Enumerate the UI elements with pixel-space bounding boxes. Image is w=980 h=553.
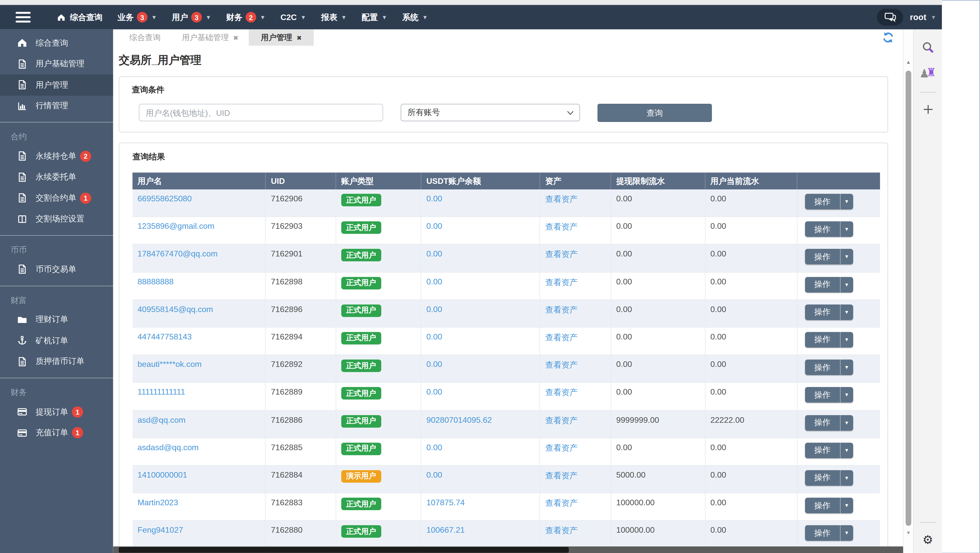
gear-icon[interactable]: ⚙ [923, 534, 933, 546]
action-dropdown-caret[interactable]: ▼ [840, 222, 853, 237]
sidebar-item[interactable]: 交割合约单1 [0, 188, 113, 209]
action-button[interactable]: 操作 [805, 249, 840, 265]
view-assets-link[interactable]: 查看资产 [545, 415, 578, 425]
action-dropdown-caret[interactable]: ▼ [840, 277, 853, 293]
action-button[interactable]: 操作 [805, 277, 840, 293]
nav-item[interactable]: 配置▼ [354, 5, 395, 29]
tab-inactive[interactable]: 用户基础管理✖ [171, 29, 249, 46]
username-link[interactable]: 111111111111 [138, 387, 185, 397]
usdt-balance-link[interactable]: 0.00 [426, 360, 442, 369]
view-assets-link[interactable]: 查看资产 [545, 388, 578, 397]
action-button[interactable]: 操作 [805, 194, 840, 209]
action-button[interactable]: 操作 [805, 332, 840, 347]
vertical-scrollbar[interactable]: ▲ ▼ [903, 29, 913, 553]
view-assets-link[interactable]: 查看资产 [545, 250, 578, 259]
view-assets-link[interactable]: 查看资产 [545, 333, 578, 342]
nav-item[interactable]: 业务3▼ [110, 5, 164, 29]
username-link[interactable]: 1235896@gmail.com [138, 222, 215, 231]
close-icon[interactable]: ✖ [296, 34, 302, 41]
action-button[interactable]: 操作 [805, 498, 840, 513]
nav-item[interactable]: 用户3▼ [164, 5, 218, 29]
action-split-button[interactable]: 操作▼ [805, 525, 853, 541]
usdt-balance-link[interactable]: 0.00 [426, 387, 442, 397]
view-assets-link[interactable]: 查看资产 [545, 222, 578, 231]
action-button[interactable]: 操作 [805, 470, 840, 486]
username-link[interactable]: 409558145@qq.com [138, 304, 213, 314]
view-assets-link[interactable]: 查看资产 [545, 499, 578, 508]
usdt-balance-link[interactable]: 0.00 [426, 332, 442, 341]
close-icon[interactable]: ✖ [233, 34, 238, 41]
username-link[interactable]: beauti*****ok.com [138, 360, 202, 369]
vertical-scrollbar-thumb[interactable] [906, 70, 911, 526]
plus-icon[interactable] [922, 104, 933, 115]
scroll-up-arrow-icon[interactable]: ▲ [904, 59, 913, 65]
sidebar-item[interactable]: 用户管理 [0, 74, 113, 95]
nav-item[interactable]: 系统▼ [395, 5, 435, 29]
account-type-select[interactable]: 所有账号 [401, 104, 580, 121]
action-split-button[interactable]: 操作▼ [805, 332, 853, 347]
search-button[interactable]: 查询 [598, 104, 712, 122]
sidebar-item[interactable]: 行情管理 [0, 96, 113, 116]
sidebar-item[interactable]: 理财订单 [0, 309, 113, 330]
action-button[interactable]: 操作 [805, 387, 840, 403]
username-link[interactable]: 1784767470@qq.com [138, 249, 218, 258]
view-assets-link[interactable]: 查看资产 [545, 526, 578, 535]
sidebar-item[interactable]: 矿机订单 [0, 330, 113, 351]
tab-inactive[interactable]: 综合查询 [119, 29, 171, 46]
action-split-button[interactable]: 操作▼ [805, 415, 853, 430]
action-dropdown-caret[interactable]: ▼ [840, 525, 853, 541]
action-dropdown-caret[interactable]: ▼ [840, 360, 853, 375]
usdt-balance-link[interactable]: 0.00 [426, 222, 442, 231]
nav-item[interactable]: 报表▼ [313, 5, 354, 29]
usdt-balance-link[interactable]: 0.00 [426, 249, 442, 258]
usdt-balance-link[interactable]: 902807014095.62 [426, 415, 492, 424]
action-split-button[interactable]: 操作▼ [805, 470, 853, 486]
action-button[interactable]: 操作 [805, 222, 840, 237]
messages-button[interactable] [877, 9, 903, 25]
action-split-button[interactable]: 操作▼ [805, 387, 853, 403]
usdt-balance-link[interactable]: 0.00 [426, 443, 442, 452]
user-menu[interactable]: root ▼ [910, 13, 936, 22]
usdt-balance-link[interactable]: 0.00 [426, 277, 442, 286]
username-link[interactable]: 88888888 [138, 277, 173, 286]
username-link[interactable]: Martin2023 [138, 498, 178, 507]
scroll-down-arrow-icon[interactable]: ▼ [904, 530, 913, 535]
username-link[interactable]: 669558625080 [138, 194, 192, 203]
usdt-balance-link[interactable]: 0.00 [426, 470, 442, 480]
chess-pieces-icon[interactable]: ♟♜ [920, 67, 936, 80]
action-dropdown-caret[interactable]: ▼ [840, 387, 853, 403]
sidebar-item[interactable]: 用户基础管理 [0, 54, 113, 74]
refresh-icon[interactable] [882, 31, 894, 44]
sidebar-item[interactable]: 综合查询 [0, 32, 113, 53]
nav-item[interactable]: C2C▼ [273, 5, 313, 29]
tab-active[interactable]: 用户管理✖ [249, 29, 314, 46]
action-button[interactable]: 操作 [805, 415, 840, 430]
view-assets-link[interactable]: 查看资产 [545, 277, 578, 287]
sidebar-item[interactable]: 币币交易单 [0, 259, 113, 280]
action-dropdown-caret[interactable]: ▼ [840, 470, 853, 486]
action-split-button[interactable]: 操作▼ [805, 443, 853, 458]
view-assets-link[interactable]: 查看资产 [545, 305, 578, 314]
sidebar-item[interactable]: 质押借币订单 [0, 351, 113, 372]
action-dropdown-caret[interactable]: ▼ [840, 194, 853, 209]
username-link[interactable]: asdasd@qq.com [138, 443, 199, 452]
username-link[interactable]: 447447758143 [138, 332, 192, 341]
action-split-button[interactable]: 操作▼ [805, 249, 853, 265]
action-split-button[interactable]: 操作▼ [805, 194, 853, 209]
usdt-balance-link[interactable]: 0.00 [426, 304, 442, 314]
action-split-button[interactable]: 操作▼ [805, 277, 853, 293]
view-assets-link[interactable]: 查看资产 [545, 194, 578, 204]
sidebar-item[interactable]: 提现订单1 [0, 402, 113, 422]
action-dropdown-caret[interactable]: ▼ [840, 304, 853, 320]
action-split-button[interactable]: 操作▼ [805, 498, 853, 513]
action-button[interactable]: 操作 [805, 360, 840, 375]
username-link[interactable]: 14100000001 [138, 470, 187, 480]
nav-item[interactable]: 综合查询 [49, 5, 110, 29]
action-dropdown-caret[interactable]: ▼ [840, 443, 853, 458]
username-link[interactable]: Feng941027 [138, 525, 183, 535]
action-split-button[interactable]: 操作▼ [805, 222, 853, 237]
sidebar-item[interactable]: 永续委托单 [0, 167, 113, 187]
sidebar-item[interactable]: 充值订单1 [0, 422, 113, 443]
sidebar-item[interactable]: 永续持仓单2 [0, 146, 113, 167]
action-button[interactable]: 操作 [805, 525, 840, 541]
